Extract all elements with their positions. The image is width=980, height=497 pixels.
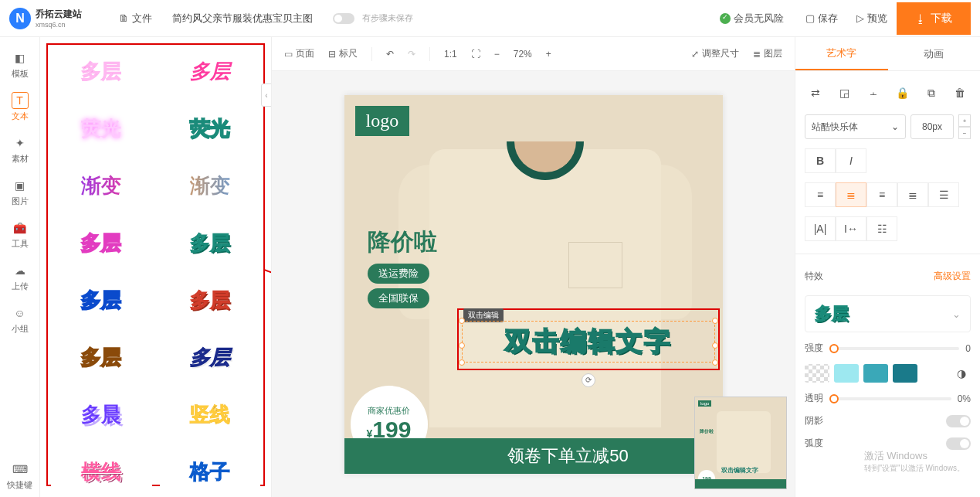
- preview-button[interactable]: ▷ 预览: [847, 7, 897, 30]
- rail-upload[interactable]: ☁上传: [5, 256, 36, 298]
- rail-label: 文本: [12, 111, 29, 122]
- pill-shipping[interactable]: 送运费险: [368, 264, 429, 284]
- crop-icon[interactable]: ◲: [835, 83, 853, 102]
- rail-tools[interactable]: 🧰工具: [5, 213, 36, 256]
- size-up[interactable]: +: [958, 114, 971, 127]
- rail-text[interactable]: T文本: [5, 86, 36, 128]
- autosave-toggle[interactable]: [333, 13, 354, 24]
- style-card[interactable]: 渐变: [160, 162, 261, 209]
- page-button[interactable]: ▭页面: [284, 47, 314, 60]
- resize-handle[interactable]: [712, 342, 718, 349]
- vertical-text[interactable]: |A|: [805, 216, 836, 241]
- resize-handle[interactable]: [712, 359, 718, 366]
- style-card[interactable]: 格子: [160, 448, 261, 495]
- opacity-slider[interactable]: [829, 397, 951, 400]
- tab-animation[interactable]: 动画: [888, 37, 981, 70]
- intensity-slider[interactable]: [829, 347, 959, 350]
- rail-label: 上传: [12, 281, 29, 292]
- product-image[interactable]: [398, 95, 692, 435]
- pill-warranty[interactable]: 全国联保: [368, 288, 429, 308]
- style-card[interactable]: 多层: [51, 334, 152, 380]
- canvas-stage[interactable]: logo 降价啦 送运费险 全国联保 商家优惠价 ¥199 领卷下单立减50 双…: [272, 71, 795, 497]
- zoom-out[interactable]: −: [494, 49, 500, 60]
- style-card[interactable]: 竖线: [160, 391, 261, 437]
- style-card[interactable]: 荧光: [160, 105, 261, 151]
- font-size[interactable]: 80px: [910, 114, 954, 139]
- resize-handle[interactable]: [459, 342, 465, 349]
- color-swatch[interactable]: [893, 364, 917, 383]
- style-card[interactable]: 多层: [160, 334, 261, 380]
- size-down[interactable]: −: [958, 127, 971, 139]
- download-label: 下载: [931, 12, 952, 26]
- headline-text[interactable]: 降价啦: [368, 226, 437, 258]
- undo-button[interactable]: ↶: [386, 49, 394, 60]
- artboard[interactable]: logo 降价啦 送运费险 全国联保 商家优惠价 ¥199 领卷下单立减50 双…: [344, 95, 723, 474]
- letter-spacing[interactable]: I↔: [836, 216, 866, 241]
- replace-icon[interactable]: ⇄: [806, 83, 825, 102]
- rail-team[interactable]: ☺小组: [5, 298, 36, 341]
- style-card[interactable]: 多层: [160, 277, 261, 323]
- bold-button[interactable]: B: [805, 148, 836, 173]
- delete-icon[interactable]: 🗑: [951, 83, 969, 102]
- resize-handle[interactable]: [459, 318, 465, 324]
- color-swatch[interactable]: [863, 364, 888, 383]
- zoom-value[interactable]: 72%: [514, 49, 532, 60]
- style-card[interactable]: 多层: [160, 48, 261, 94]
- document-title[interactable]: 简约风父亲节服装优惠宝贝主图: [161, 12, 324, 26]
- collapse-panel[interactable]: ‹: [261, 83, 272, 107]
- annotation-arrow: [264, 269, 272, 336]
- align-left[interactable]: ≡: [805, 182, 836, 207]
- italic-button[interactable]: I: [836, 148, 866, 173]
- shadow-toggle[interactable]: [946, 415, 971, 427]
- resize-handle[interactable]: [459, 359, 465, 366]
- align-icon[interactable]: ⫠: [864, 83, 883, 102]
- color-none[interactable]: [805, 364, 829, 383]
- style-card[interactable]: 渐变: [51, 162, 152, 209]
- redo-button[interactable]: ↷: [408, 49, 415, 60]
- rotate-handle[interactable]: ⟳: [582, 373, 595, 387]
- radius-toggle[interactable]: [946, 437, 971, 450]
- style-card[interactable]: 多晨: [51, 391, 152, 437]
- style-card[interactable]: 多层: [51, 277, 152, 323]
- save-button[interactable]: ▢ 保存: [796, 7, 847, 30]
- advanced-link[interactable]: 高级设置: [934, 270, 971, 283]
- duplicate-icon[interactable]: ⧉: [922, 83, 941, 102]
- align-right[interactable]: ≡: [866, 182, 897, 207]
- resize-button[interactable]: ⤢调整尺寸: [691, 47, 739, 60]
- style-card[interactable]: 荧光: [51, 105, 152, 151]
- zoom-in[interactable]: +: [546, 49, 551, 60]
- list-button[interactable]: ☷: [866, 216, 897, 241]
- align-center[interactable]: ≣: [836, 182, 866, 207]
- fit-button[interactable]: ⛶: [471, 49, 480, 60]
- brand-logo[interactable]: N 乔拓云建站 xmsq6.cn: [9, 8, 110, 29]
- opacity-value: 0%: [958, 393, 971, 404]
- align-justify[interactable]: ≣: [897, 182, 928, 207]
- ratio-button[interactable]: 1:1: [444, 49, 457, 60]
- effect-preview[interactable]: 多层 ⌄: [805, 295, 971, 332]
- style-card[interactable]: 横线: [51, 448, 152, 495]
- minimap[interactable]: logo 降价啦 双击编辑文字 199: [694, 397, 787, 489]
- rail-templates[interactable]: ◧模板: [5, 43, 36, 86]
- art-text[interactable]: 双击编辑文字: [505, 324, 672, 359]
- rail-shortcuts[interactable]: ⌨快捷键: [5, 454, 36, 497]
- color-swatch[interactable]: [834, 364, 859, 383]
- selected-text-element[interactable]: 双击编辑 双击编辑文字 ⟳: [457, 308, 720, 370]
- logo-badge[interactable]: logo: [355, 106, 410, 136]
- color-picker-icon[interactable]: ◑: [952, 364, 971, 383]
- font-select[interactable]: 站酷快乐体⌄: [805, 114, 906, 139]
- style-card[interactable]: 多层: [160, 220, 261, 266]
- tab-art-text[interactable]: 艺术字: [795, 37, 888, 70]
- member-safe[interactable]: 会员无风险: [707, 12, 796, 26]
- style-card[interactable]: 多层: [51, 220, 152, 266]
- rail-assets[interactable]: ✦素材: [5, 128, 36, 171]
- ruler-button[interactable]: ⊟标尺: [328, 47, 358, 60]
- lock-icon[interactable]: 🔒: [893, 83, 911, 102]
- style-card[interactable]: 多层: [51, 48, 152, 94]
- resize-handle[interactable]: [712, 318, 718, 324]
- rail-images[interactable]: ▣图片: [5, 171, 36, 213]
- layers-button[interactable]: ≣图层: [753, 47, 782, 60]
- file-menu[interactable]: 🗎 文件: [110, 7, 161, 30]
- bottom-banner[interactable]: 领卷下单立减50: [344, 438, 723, 474]
- align-distribute[interactable]: ☰: [928, 182, 959, 207]
- download-button[interactable]: ⭳ 下载: [897, 2, 971, 35]
